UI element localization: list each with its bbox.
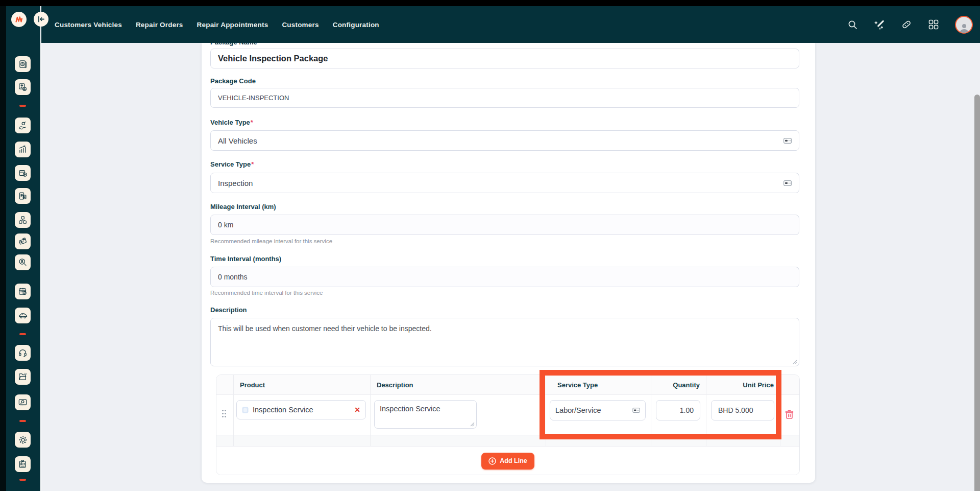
open-record-icon[interactable] [783, 138, 792, 144]
sidebar-separator [19, 479, 26, 481]
card-terminal-icon[interactable] [15, 233, 31, 249]
vehicle-type-label: Vehicle Type* [210, 119, 253, 126]
time-interval-label: Time Interval (months) [210, 255, 281, 263]
line-items-table: Product Description Service Type Quantit… [216, 375, 800, 475]
box-add-icon[interactable] [15, 165, 31, 181]
link-icon[interactable] [901, 19, 912, 30]
row-quantity-input[interactable]: 1.00 [656, 400, 700, 420]
row-description-textarea[interactable]: Inspection Service [374, 400, 477, 429]
magic-wand-icon[interactable] [874, 19, 885, 30]
app-screen: Package Name Vehicle Inspection Package … [0, 0, 980, 491]
vehicle-type-select[interactable]: All Vehicles [210, 130, 799, 151]
menu-customers[interactable]: Customers [282, 21, 318, 29]
actions-column-header [780, 375, 799, 394]
clipboard-id-icon[interactable] [15, 456, 31, 472]
clipboard-calc-icon[interactable] [15, 188, 31, 204]
mileage-helper-text: Recommended mileage interval for this se… [210, 238, 332, 244]
menu-configuration[interactable]: Configuration [333, 21, 379, 29]
mileage-interval-label: Mileage Interval (km) [210, 203, 276, 211]
unit-price-column-header: Unit Price [706, 375, 780, 394]
quantity-column-header: Quantity [651, 375, 706, 394]
menu-repair-orders[interactable]: Repair Orders [136, 21, 183, 29]
package-name-input[interactable]: Vehicle Inspection Package [210, 49, 799, 68]
search-icon[interactable] [847, 19, 858, 30]
person-icon [959, 22, 970, 33]
navbar-right-tools [847, 6, 973, 43]
window-top-strip [0, 0, 980, 6]
logo-icon [14, 15, 23, 24]
headset-icon[interactable] [15, 345, 31, 361]
resize-grip-icon[interactable] [792, 359, 797, 364]
row-service-type-select[interactable]: Labor/Service [550, 400, 646, 420]
sidebar-separator [19, 420, 26, 422]
resize-grip-icon[interactable] [470, 422, 475, 427]
window-left-strip [0, 0, 6, 491]
car-icon[interactable] [15, 308, 31, 323]
open-record-icon[interactable] [632, 408, 640, 413]
sidebar-divider [40, 6, 41, 491]
collapse-sidebar-button[interactable] [34, 12, 48, 27]
mileage-interval-input[interactable]: 0 km [210, 215, 799, 235]
plus-circle-icon [488, 457, 496, 465]
service-type-label: Service Type* [210, 160, 254, 168]
gear-icon[interactable] [15, 432, 31, 448]
collapse-arrow-icon [37, 16, 45, 22]
search-user-icon[interactable] [15, 254, 31, 270]
empty-row [216, 435, 799, 447]
clear-product-icon[interactable]: ✕ [354, 406, 360, 414]
user-avatar[interactable] [955, 16, 973, 34]
time-interval-input[interactable]: 0 months [210, 267, 799, 287]
service-hand-icon[interactable] [15, 118, 31, 133]
table-row: Inspection Service ✕ Inspection Service … [216, 395, 799, 435]
main-menu: Customers Vehicles Repair Orders Repair … [55, 6, 379, 43]
growth-chart-icon[interactable] [15, 142, 31, 157]
sidebar-separator [19, 333, 26, 335]
add-line-button[interactable]: Add Line [481, 453, 534, 470]
description-column-header: Description [371, 375, 546, 394]
required-asterisk: * [251, 160, 254, 168]
packages-icon[interactable] [15, 212, 31, 228]
row-unit-price-input[interactable]: BHD 5.000 [711, 400, 774, 420]
handle-column-header [216, 375, 234, 394]
required-asterisk: * [251, 119, 253, 126]
product-icon [242, 407, 249, 413]
sidebar-separator [19, 105, 26, 107]
menu-repair-appointments[interactable]: Repair Appointments [197, 21, 268, 29]
table-footer: Add Line [216, 447, 799, 475]
package-code-input[interactable]: VEHICLE-INSPECTION [210, 88, 799, 108]
app-logo[interactable] [11, 12, 27, 27]
product-input[interactable]: Inspection Service ✕ [236, 400, 366, 419]
service-type-select[interactable]: Inspection [210, 173, 799, 193]
table-header-row: Product Description Service Type Quantit… [216, 375, 799, 395]
planner-icon[interactable] [15, 56, 31, 72]
screen-cam-icon[interactable] [15, 394, 31, 410]
apps-grid-icon[interactable] [928, 19, 939, 30]
calculator-icon[interactable] [15, 79, 31, 95]
folder-doc-icon[interactable] [15, 369, 31, 385]
open-record-icon[interactable] [783, 180, 792, 186]
calendar-check-icon[interactable] [15, 284, 31, 299]
vertical-scrollbar[interactable] [974, 95, 980, 491]
delete-row-icon[interactable] [785, 410, 794, 419]
product-column-header: Product [234, 375, 371, 394]
time-helper-text: Recommended time interval for this servi… [210, 290, 323, 296]
menu-customers-vehicles[interactable]: Customers Vehicles [55, 21, 122, 29]
drag-handle[interactable] [222, 409, 227, 418]
package-code-label: Package Code [210, 77, 256, 85]
description-label: Description [210, 306, 247, 314]
service-type-column-header: Service Type [546, 375, 651, 394]
description-textarea[interactable]: This will be used when customer need the… [210, 318, 799, 366]
